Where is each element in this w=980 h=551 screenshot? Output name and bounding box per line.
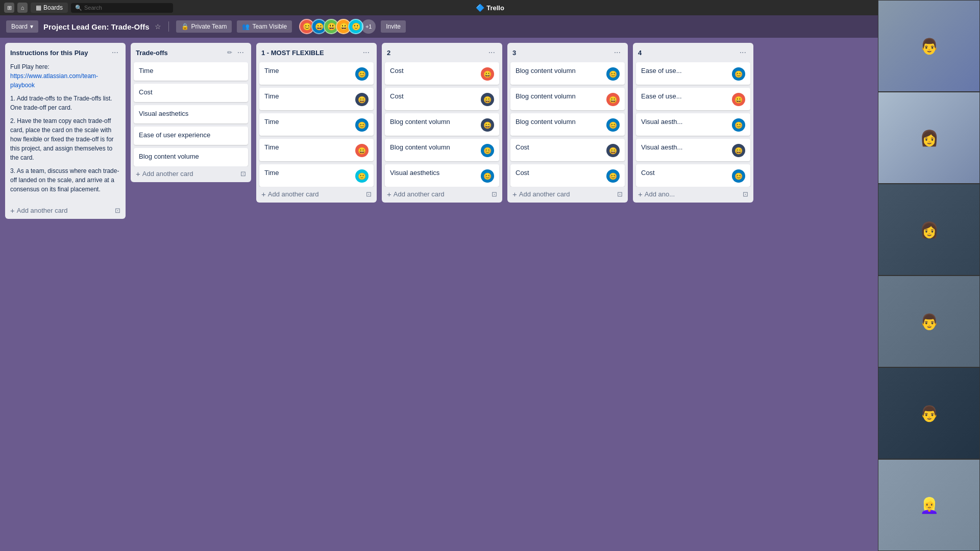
app-grid-icon[interactable]: ⊞ — [4, 3, 14, 13]
list-title-col-1: 1 - MOST FLEXIBLE — [261, 49, 324, 57]
card[interactable]: Time 😊 — [259, 113, 374, 136]
list-body-col-3: Blog content volumn 😊 Blog content volum… — [507, 62, 628, 187]
add-card-label-5: Add another card — [519, 190, 570, 198]
list-title-col-3: 3 — [512, 49, 516, 57]
card[interactable]: Cost 😀 — [385, 62, 499, 85]
invite-button[interactable]: Invite — [381, 20, 406, 33]
card-time[interactable]: Time — [134, 62, 248, 81]
extra-members-badge[interactable]: +1 — [361, 19, 376, 34]
list-title-trade-offs: Trade-offs — [136, 49, 168, 57]
card-avatar: 😊 — [606, 67, 620, 81]
card[interactable]: Blog content volumn 😄 — [385, 113, 499, 136]
card-template-icon-3[interactable]: ⊡ — [366, 190, 372, 198]
search-icon: 🔍 — [75, 5, 82, 11]
card[interactable]: Time 😊 — [259, 62, 374, 85]
card-text: Cost — [139, 88, 243, 97]
card-text: Time — [264, 92, 352, 101]
card-text: Cost — [516, 143, 603, 152]
card[interactable]: Time 😄 — [259, 88, 374, 110]
list-menu-col-4[interactable]: ··· — [738, 47, 748, 58]
plus-icon-3: + — [261, 190, 266, 198]
card-template-icon-2[interactable]: ⊡ — [240, 170, 246, 178]
card[interactable]: Cost 😊 — [636, 164, 750, 187]
card-text: Time — [264, 66, 352, 76]
card-text: Cost — [516, 168, 603, 178]
add-card-trade-offs[interactable]: + Add another card ⊡ — [131, 166, 251, 182]
add-card-instructions[interactable]: + Add another card ⊡ — [5, 203, 126, 219]
trello-logo-icon: 🔷 — [476, 4, 484, 12]
plus-icon-5: + — [512, 190, 517, 198]
list-menu-button-2[interactable]: ··· — [235, 47, 246, 58]
card-text: Time — [264, 117, 352, 127]
card-template-icon[interactable]: ⊡ — [115, 207, 120, 214]
add-card-col-2[interactable]: + Add another card ⊡ — [382, 187, 502, 203]
card-text: Blog content volumn — [516, 92, 603, 101]
list-menu-button[interactable]: ··· — [110, 47, 120, 58]
video-tile-4: 👨 — [878, 276, 980, 367]
card-avatar: 😊 — [481, 169, 494, 183]
instructions-content: Full Play here: https://www.atlassian.co… — [5, 62, 126, 203]
list-edit-button[interactable]: ✏ — [227, 49, 232, 56]
card-cost[interactable]: Cost — [134, 84, 248, 102]
card-text: Cost — [390, 92, 478, 101]
add-card-col-1[interactable]: + Add another card ⊡ — [256, 187, 377, 203]
card-template-icon-6[interactable]: ⊡ — [743, 190, 748, 198]
private-team-button[interactable]: 🔒 Private Team — [176, 20, 232, 33]
add-card-label-6: Add ano... — [645, 190, 675, 198]
list-menu-col-2[interactable]: ··· — [486, 47, 497, 58]
card[interactable]: Blog content volumn 😊 — [510, 113, 625, 136]
card-text: Blog content volume — [139, 152, 243, 161]
card[interactable]: Cost 😄 — [385, 88, 499, 110]
card[interactable]: Time 🙂 — [259, 164, 374, 187]
search-bar[interactable]: 🔍 Search — [71, 3, 173, 13]
system-bar: ⊞ ⌂ ▦ Boards 🔍 Search 🔷 Trello — [0, 0, 980, 15]
card[interactable]: Visual aesthetics 😊 — [385, 164, 499, 187]
plus-icon: + — [10, 206, 15, 215]
add-card-col-4[interactable]: + Add ano... ⊡ — [633, 187, 753, 203]
card[interactable]: Time 😀 — [259, 139, 374, 161]
card[interactable]: Cost 😄 — [510, 139, 625, 161]
search-placeholder: Search — [84, 5, 102, 11]
card-ease[interactable]: Ease of user experience — [134, 127, 248, 145]
instruction-link: Full Play here: https://www.atlassian.co… — [10, 62, 120, 90]
card-text: Time — [264, 143, 352, 152]
list-header-col-3: 3 ··· — [507, 43, 628, 62]
card-template-icon-5[interactable]: ⊡ — [617, 190, 623, 198]
board-nav-button[interactable]: Board ▾ — [6, 20, 38, 33]
home-icon[interactable]: ⌂ — [17, 3, 28, 13]
add-card-label: Add another card — [17, 207, 68, 214]
card-avatar: 😊 — [355, 118, 369, 132]
card-visual[interactable]: Visual aesthetics — [134, 105, 248, 123]
boards-tab-icon: ▦ — [36, 4, 41, 11]
lock-icon: 🔒 — [181, 23, 189, 30]
card-template-icon-4[interactable]: ⊡ — [492, 190, 497, 198]
list-header-col-4: 4 ··· — [633, 43, 753, 62]
card[interactable]: Visual aesth... 😄 — [636, 139, 750, 161]
card[interactable]: Blog content volumn 😊 — [510, 62, 625, 85]
card[interactable]: Ease of use... 😀 — [636, 88, 750, 110]
card-avatar: 😊 — [355, 67, 369, 81]
list-menu-col-3[interactable]: ··· — [612, 47, 623, 58]
card[interactable]: Blog content volumn 😊 — [385, 139, 499, 161]
video-person-2: 👩 — [920, 129, 939, 147]
card[interactable]: Cost 😊 — [510, 164, 625, 187]
card-blog[interactable]: Blog content volume — [134, 148, 248, 166]
plus-icon-6: + — [638, 190, 643, 198]
card[interactable]: Blog content volumn 😀 — [510, 88, 625, 110]
video-person-3: 👩 — [920, 221, 939, 239]
add-card-label-2: Add another card — [142, 170, 193, 178]
list-title-col-2: 2 — [387, 49, 390, 57]
star-icon[interactable]: ☆ — [155, 22, 161, 31]
card-text: Blog content volumn — [516, 66, 603, 76]
card[interactable]: Visual aesth... 😊 — [636, 113, 750, 136]
list-col-4: 4 ··· Ease of use... 😊 Ease of use... 😀 … — [633, 43, 753, 203]
card-avatar: 😄 — [355, 93, 369, 106]
private-team-label: Private Team — [191, 23, 227, 30]
list-body-col-1: Time 😊 Time 😄 Time 😊 Time 😀 Time 🙂 — [256, 62, 377, 187]
boards-tab[interactable]: ▦ Boards — [31, 3, 68, 13]
team-visible-button[interactable]: 👥 Team Visible — [237, 20, 292, 33]
add-card-col-3[interactable]: + Add another card ⊡ — [507, 187, 628, 203]
card-text: Ease of use... — [641, 66, 729, 76]
list-menu-col-1[interactable]: ··· — [361, 47, 372, 58]
card[interactable]: Ease of use... 😊 — [636, 62, 750, 85]
